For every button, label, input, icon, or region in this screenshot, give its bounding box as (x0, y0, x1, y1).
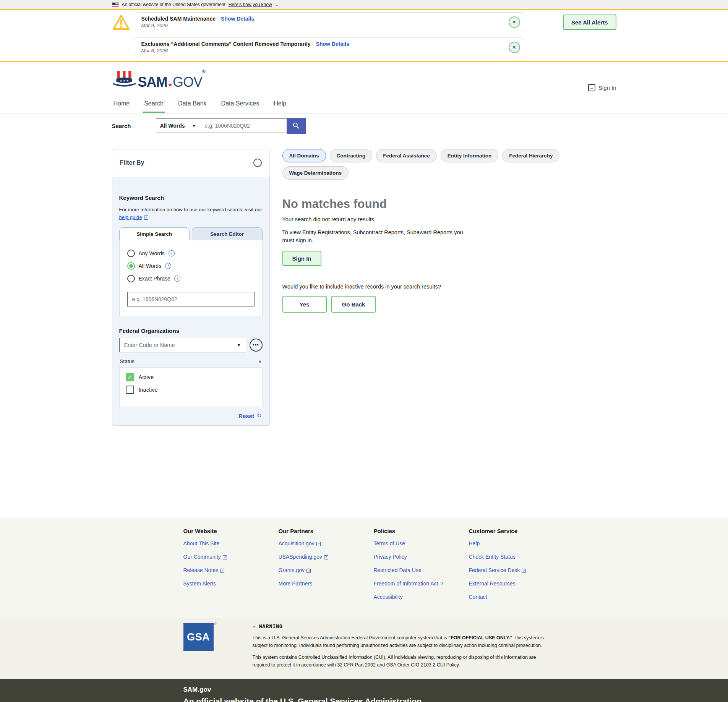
footer-link-restricted-data-use[interactable]: Restricted Data Use (374, 567, 422, 573)
include-inactive-question: Would you like to include inactive recor… (282, 284, 616, 290)
alert-date: Mar 9, 2026 (141, 23, 502, 28)
search-icon (292, 122, 300, 130)
nav-item-data-services[interactable]: Data Services (220, 96, 261, 113)
footer-link-external-resources[interactable]: External Resources (469, 580, 516, 587)
gov-banner-link[interactable]: Here’s how you know (229, 2, 272, 7)
radio-all-words[interactable] (127, 262, 135, 270)
search-mode-select[interactable]: All Words ▼ (156, 118, 200, 133)
footer-link-our-community[interactable]: Our Community↗ (183, 554, 227, 560)
site-header: ★ ★ ★ SAM★GOV® ← Sign In (0, 62, 728, 96)
alert-title: Exclusions “Additional Comments” Content… (141, 41, 311, 47)
footer-link-acquisition-gov[interactable]: Acquisition.gov↗ (279, 540, 321, 546)
alert-maintenance: Scheduled SAM Maintenance Show Details M… (135, 12, 525, 32)
identifier-subtitle: An official website of the U.S. General … (183, 697, 616, 702)
close-icon[interactable]: × (509, 42, 520, 53)
more-options-icon[interactable]: ••• (250, 339, 263, 352)
footer-link-more-partners[interactable]: More Partners (279, 580, 313, 587)
tab-search-editor[interactable]: Search Editor (192, 227, 263, 240)
warning-icon: ⚠ (253, 623, 256, 630)
domain-tab-federal-assistance[interactable]: Federal Assistance (376, 149, 437, 162)
svg-text:★ ★ ★: ★ ★ ★ (120, 79, 128, 83)
footer-link-contact[interactable]: Contact (469, 594, 487, 600)
domain-tab-wage-determinations[interactable]: Wage Determinations (282, 166, 349, 180)
chevron-up-icon[interactable]: ∧ (258, 359, 262, 364)
gov-banner: An official website of the United States… (0, 0, 728, 9)
tab-simple-search[interactable]: Simple Search (119, 227, 190, 240)
footer-link-foia[interactable]: Freedom of Information Act↗ (374, 580, 444, 587)
filter-by-title: Filter By (120, 159, 144, 166)
footer-link-release-notes[interactable]: Release Notes↗ (183, 567, 225, 573)
alert-exclusions: Exclusions “Additional Comments” Content… (135, 37, 525, 57)
footer-link-help[interactable]: Help (469, 540, 480, 546)
domain-tab-federal-hierarchy[interactable]: Federal Hierarchy (502, 149, 559, 162)
results-section: All Domains Contracting Federal Assistan… (282, 149, 616, 313)
keyword-search-heading: Keyword Search (119, 195, 263, 201)
footer-link-accessibility[interactable]: Accessibility (374, 594, 403, 600)
gsa-logo: GSA ® (183, 623, 214, 651)
domain-tab-entity-information[interactable]: Entity Information (441, 149, 499, 162)
reset-filters-link[interactable]: Reset (238, 413, 254, 419)
footer-link-system-alerts[interactable]: System Alerts (183, 580, 216, 587)
footer-link-grants-gov[interactable]: Grants.gov↗ (279, 567, 311, 573)
search-submit-button[interactable] (287, 118, 306, 134)
federal-organizations-heading: Federal Organizations (119, 327, 263, 334)
no-results-message: Your search did not return any results. (282, 216, 616, 222)
radio-exact-phrase[interactable] (127, 275, 135, 282)
radio-any-words[interactable] (127, 250, 135, 257)
see-all-alerts-button[interactable]: See All Alerts (563, 15, 616, 30)
star-icon: ★ (168, 81, 172, 88)
nav-item-search[interactable]: Search (143, 96, 165, 113)
info-icon[interactable]: i (165, 263, 171, 269)
sign-in-button[interactable]: Sign In (282, 251, 321, 266)
footer-col-heading: Our Website (183, 528, 279, 534)
dropdown-caret-icon: ▼ (237, 343, 241, 347)
logo-sam-text: SAM (138, 74, 167, 90)
footer-link-federal-service-desk[interactable]: Federal Service Desk↗ (469, 567, 526, 573)
external-link-icon: ↗ (220, 569, 224, 573)
external-link-icon: ↗ (223, 555, 227, 559)
external-link-icon: ↗ (306, 569, 311, 573)
yes-button[interactable]: Yes (282, 296, 327, 313)
help-guide-link[interactable]: help guide↗ (119, 214, 148, 220)
footer-link-check-entity-status[interactable]: Check Entity Status (469, 554, 516, 560)
nav-item-data-bank[interactable]: Data Bank (177, 96, 208, 113)
external-link-icon: ↗ (144, 216, 148, 220)
search-input[interactable] (200, 118, 287, 133)
footer-link-usaspending-gov[interactable]: USASpending.gov↗ (279, 554, 328, 560)
collapse-filters-icon[interactable]: − (253, 159, 262, 167)
warning-band: GSA ® ⚠ WARNING This is a U.S. General S… (0, 618, 728, 679)
main-content: Filter By − Keyword Search For more info… (0, 138, 728, 518)
federal-organizations-combo[interactable]: Enter Code or Name ▼ (119, 338, 246, 352)
us-flag-icon (112, 2, 119, 7)
domain-tab-contracting[interactable]: Contracting (330, 149, 373, 162)
search-label: Search (112, 123, 156, 129)
show-details-link[interactable]: Show Details (221, 16, 254, 22)
radio-exact-phrase-label: Exact Phrase (139, 276, 170, 282)
chevron-down-icon: ⌄ (275, 2, 279, 7)
checkbox-active[interactable]: ✓ (126, 373, 134, 381)
footer-col-customer-service: Customer Service Help Check Entity Statu… (469, 528, 564, 607)
footer: Our Website About This Site Our Communit… (0, 518, 728, 702)
info-icon[interactable]: i (169, 250, 175, 256)
status-box: ✓ Active Inactive (119, 367, 263, 407)
footer-link-terms-of-use[interactable]: Terms of Use (374, 540, 405, 546)
domain-tab-all-domains[interactable]: All Domains (282, 149, 326, 162)
footer-link-privacy-policy[interactable]: Privacy Policy (374, 554, 407, 560)
footer-link-about-this-site[interactable]: About This Site (183, 540, 220, 546)
info-icon[interactable]: i (174, 276, 180, 282)
external-link-icon: ↗ (324, 555, 328, 559)
radio-any-words-label: Any Words (139, 250, 165, 256)
reset-icon: ↻ (257, 412, 262, 419)
nav-item-help[interactable]: Help (272, 96, 288, 113)
checkbox-inactive[interactable] (126, 386, 134, 394)
sam-gov-logo[interactable]: ★ ★ ★ SAM★GOV® (112, 70, 205, 88)
keyword-input[interactable] (127, 292, 255, 306)
identifier-title: SAM.gov (183, 686, 616, 694)
close-icon[interactable]: × (509, 16, 520, 28)
external-link-icon: ↗ (440, 582, 444, 586)
nav-item-home[interactable]: Home (112, 96, 131, 113)
sign-in-link[interactable]: ← Sign In (588, 84, 616, 91)
show-details-link[interactable]: Show Details (316, 41, 349, 47)
footer-col-heading: Our Partners (279, 528, 374, 534)
go-back-button[interactable]: Go Back (331, 296, 376, 313)
